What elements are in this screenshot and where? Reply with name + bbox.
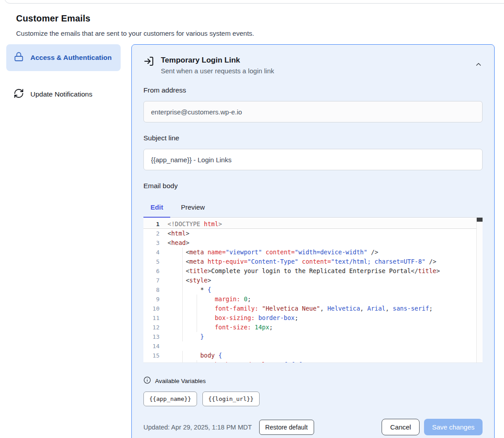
code-text: font-family: "Helvetica Neue", Helvetica… (168, 304, 483, 313)
line-number: 9 (143, 295, 160, 304)
restore-default-button[interactable]: Restore default (259, 420, 314, 435)
indent-guide (182, 360, 183, 363)
indent-guide (197, 304, 197, 313)
variable-chip[interactable]: {{app_name}} (143, 392, 197, 406)
indent-guide (182, 266, 183, 276)
footer-actions: Cancel Save changes (382, 419, 483, 435)
from-address-label: From address (143, 86, 483, 94)
code-line[interactable]: 1<!DOCTYPE html> (143, 219, 483, 229)
code-text: font-size: 14px; (168, 323, 483, 332)
indent-guide (182, 313, 183, 323)
refresh-icon (13, 88, 24, 101)
code-line[interactable]: 2<html> (143, 229, 483, 238)
line-number: 6 (143, 266, 160, 276)
panel-subtitle: Sent when a user requests a login link (161, 67, 468, 75)
code-line[interactable]: 8* { (143, 285, 483, 295)
panel-header-accordion[interactable]: Temporary Login Link Sent when a user re… (143, 56, 483, 75)
line-number: 4 (143, 248, 160, 257)
variable-chips: {{app_name}}{{login_url}} (143, 392, 483, 406)
code-line[interactable]: 4<meta name="viewport" content="width=de… (143, 248, 483, 257)
info-icon (143, 376, 151, 386)
editor-tabs: EditPreview (143, 203, 483, 218)
indent-guide (182, 257, 183, 266)
page-header: Customer Emails Customize the emails tha… (0, 0, 504, 37)
code-text: } (168, 332, 483, 341)
code-line[interactable]: 12font-size: 14px; (143, 323, 483, 332)
code-line[interactable]: 6<title>Complete your login to the Repli… (143, 266, 483, 276)
line-number: 1 (143, 219, 160, 228)
updated-timestamp: Updated: Apr 29, 2025, 1:18 PM MDT (143, 424, 252, 431)
code-text: <title>Complete your login to the Replic… (168, 266, 483, 276)
line-number: 5 (143, 257, 160, 266)
sidebar-item-access-authentication[interactable]: Access & Authentication (6, 44, 121, 71)
panel-footer: Updated: Apr 29, 2025, 1:18 PM MDT Resto… (143, 419, 483, 435)
sidebar-item-update-notifications[interactable]: Update Notifications (6, 81, 121, 108)
previous-card-bottom-edge (4, 0, 504, 4)
indent-guide (182, 351, 183, 360)
code-text: background-color: #f6f6f6; (168, 360, 483, 363)
code-text: <meta http-equiv="Content-Type" content=… (168, 257, 483, 266)
variable-chip[interactable]: {{login_url}} (202, 392, 260, 406)
panel-title: Temporary Login Link (161, 56, 468, 65)
indent-guide (182, 295, 183, 304)
indent-guide (182, 285, 183, 295)
line-number: 8 (143, 285, 160, 295)
code-text (168, 341, 483, 351)
email-body-label: Email body (143, 182, 483, 190)
code-line[interactable]: 9margin: 0; (143, 295, 483, 304)
code-line[interactable]: 13} (143, 332, 483, 341)
code-editor[interactable]: 1<!DOCTYPE html>2<html>3<head>4<meta nam… (143, 218, 483, 363)
line-number: 12 (143, 323, 160, 332)
code-text: box-sizing: border-box; (168, 313, 483, 323)
line-number: 3 (143, 238, 160, 248)
subject-line-label: Subject line (143, 134, 483, 142)
subject-line-input[interactable] (143, 149, 483, 170)
line-number: 2 (143, 229, 160, 238)
editor-scrollbar-thumb[interactable] (477, 218, 483, 222)
from-address-input[interactable] (143, 101, 483, 122)
sidebar-item-label: Access & Authentication (30, 52, 112, 63)
available-variables-label: Available Variables (155, 378, 206, 384)
page-title: Customer Emails (16, 13, 488, 24)
code-text: <!DOCTYPE html> (168, 219, 483, 228)
code-line[interactable]: 10font-family: "Helvetica Neue", Helveti… (143, 304, 483, 313)
indent-guide (182, 332, 183, 341)
email-settings-panel: Temporary Login Link Sent when a user re… (131, 44, 495, 438)
page-description: Customize the emails that are sent to yo… (16, 29, 488, 37)
code-text: <style> (168, 276, 483, 285)
indent-guide (197, 295, 197, 304)
code-line[interactable]: 5<meta http-equiv="Content-Type" content… (143, 257, 483, 266)
indent-guide (182, 304, 183, 313)
line-number: 16 (143, 360, 160, 363)
code-text: <html> (168, 229, 483, 238)
code-editor-content: 1<!DOCTYPE html>2<html>3<head>4<meta nam… (143, 218, 483, 363)
cancel-button[interactable]: Cancel (382, 419, 420, 435)
line-number: 14 (143, 341, 160, 351)
tab-preview[interactable]: Preview (181, 203, 205, 217)
code-line[interactable]: 7<style> (143, 276, 483, 285)
code-line[interactable]: 16background-color: #f6f6f6; (143, 360, 483, 363)
code-text: <head> (168, 238, 483, 248)
code-line[interactable]: 15body { (143, 351, 483, 360)
indent-guide (197, 323, 197, 332)
sidebar-item-label: Update Notifications (30, 89, 92, 100)
settings-sidebar: Access & AuthenticationUpdate Notificati… (6, 44, 121, 108)
line-number: 13 (143, 332, 160, 341)
line-number: 7 (143, 276, 160, 285)
editor-scrollbar[interactable] (476, 218, 483, 362)
chevron-up-icon[interactable] (475, 60, 483, 70)
indent-guide (197, 360, 197, 363)
code-line[interactable]: 3<head> (143, 238, 483, 248)
code-text: body { (168, 351, 483, 360)
content-layout: Access & AuthenticationUpdate Notificati… (0, 37, 504, 438)
tab-edit[interactable]: Edit (143, 203, 170, 218)
login-icon (143, 56, 154, 68)
indent-guide (182, 323, 183, 332)
indent-guide (182, 276, 183, 285)
code-text: <meta name="viewport" content="width=dev… (168, 248, 483, 257)
save-changes-button[interactable]: Save changes (424, 419, 483, 435)
line-number: 10 (143, 304, 160, 313)
code-line[interactable]: 14 (143, 341, 483, 351)
panel-header-text: Temporary Login Link Sent when a user re… (161, 56, 468, 75)
code-line[interactable]: 11box-sizing: border-box; (143, 313, 483, 323)
